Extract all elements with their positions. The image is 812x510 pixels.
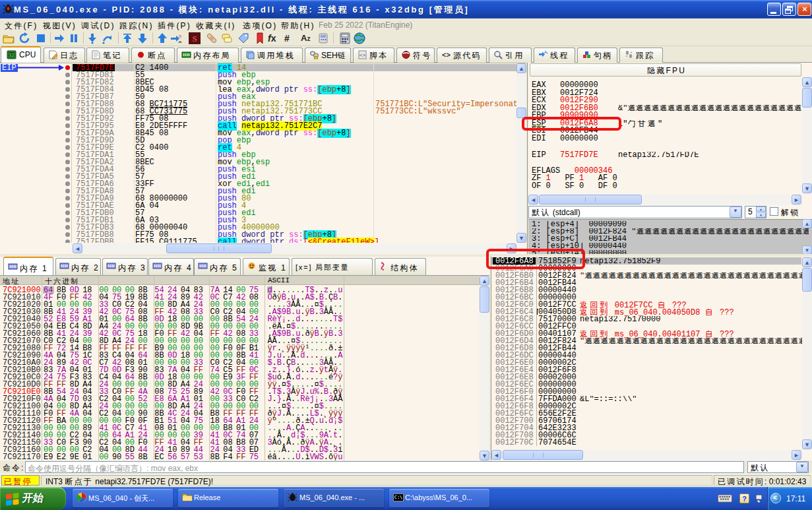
svg-text:<>: <> — [442, 51, 451, 59]
svg-text:32: 32 — [9, 53, 14, 58]
svg-text:S: S — [192, 34, 197, 44]
svg-text:<>: <> — [359, 52, 366, 58]
